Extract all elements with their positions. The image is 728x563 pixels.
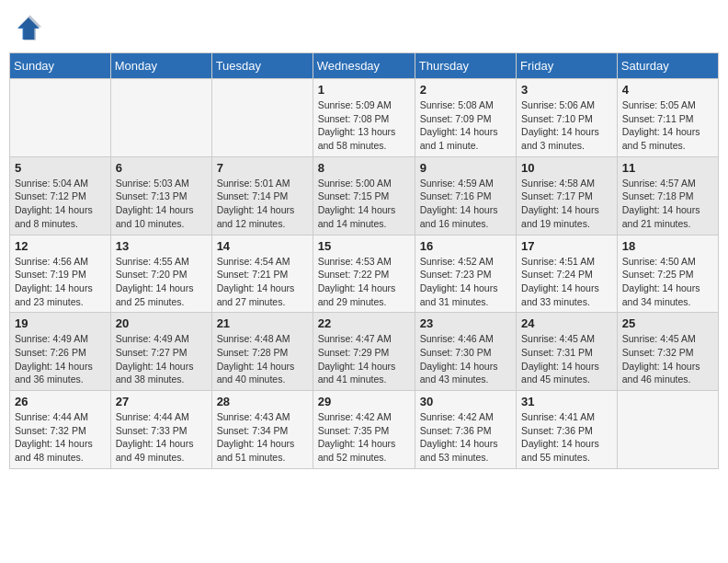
day-number: 12 [15,239,106,253]
day-detail: Sunrise: 5:05 AMSunset: 7:11 PMDaylight:… [622,98,713,153]
calendar-cell: 12Sunrise: 4:56 AMSunset: 7:19 PMDayligh… [10,235,111,313]
calendar-cell: 16Sunrise: 4:52 AMSunset: 7:23 PMDayligh… [415,235,516,313]
day-number: 31 [521,395,612,408]
day-number: 20 [116,316,207,330]
day-number: 23 [420,316,511,330]
day-detail: Sunrise: 4:43 AMSunset: 7:34 PMDaylight:… [217,410,308,465]
weekday-header-monday: Monday [110,53,211,79]
day-detail: Sunrise: 5:08 AMSunset: 7:09 PMDaylight:… [420,98,511,153]
day-number: 30 [420,395,511,408]
calendar-cell: 22Sunrise: 4:47 AMSunset: 7:29 PMDayligh… [313,313,415,391]
calendar-week-4: 19Sunrise: 4:49 AMSunset: 7:26 PMDayligh… [10,313,719,391]
calendar-cell: 17Sunrise: 4:51 AMSunset: 7:24 PMDayligh… [517,235,618,313]
day-detail: Sunrise: 4:44 AMSunset: 7:32 PMDaylight:… [15,410,106,465]
day-number: 25 [622,316,713,330]
day-number: 5 [15,161,106,175]
day-detail: Sunrise: 5:04 AMSunset: 7:12 PMDaylight:… [15,177,106,231]
calendar-cell: 24Sunrise: 4:45 AMSunset: 7:31 PMDayligh… [517,313,618,391]
day-number: 16 [420,239,511,253]
day-detail: Sunrise: 4:57 AMSunset: 7:18 PMDaylight:… [622,177,713,231]
day-number: 14 [217,239,308,253]
calendar-cell: 7Sunrise: 5:01 AMSunset: 7:14 PMDaylight… [211,156,313,235]
day-detail: Sunrise: 4:49 AMSunset: 7:27 PMDaylight:… [116,332,207,386]
logo-icon [14,14,43,43]
calendar-week-1: 1Sunrise: 5:09 AMSunset: 7:08 PMDaylight… [10,79,719,157]
calendar-week-5: 26Sunrise: 4:44 AMSunset: 7:32 PMDayligh… [10,391,719,469]
calendar-cell: 9Sunrise: 4:59 AMSunset: 7:16 PMDaylight… [415,156,516,235]
day-number: 7 [217,161,308,175]
day-number: 28 [217,395,308,408]
header [9,9,719,43]
day-detail: Sunrise: 4:45 AMSunset: 7:32 PMDaylight:… [622,332,713,386]
day-number: 21 [217,316,308,330]
calendar-cell: 6Sunrise: 5:03 AMSunset: 7:13 PMDaylight… [110,156,211,235]
day-number: 18 [622,239,713,253]
weekday-header-tuesday: Tuesday [211,53,313,79]
logo [14,14,47,43]
calendar-cell: 20Sunrise: 4:49 AMSunset: 7:27 PMDayligh… [110,313,211,391]
day-number: 22 [318,316,410,330]
day-detail: Sunrise: 4:55 AMSunset: 7:20 PMDaylight:… [116,255,207,309]
calendar-cell: 14Sunrise: 4:54 AMSunset: 7:21 PMDayligh… [211,235,313,313]
day-detail: Sunrise: 5:00 AMSunset: 7:15 PMDaylight:… [318,177,410,231]
calendar-week-2: 5Sunrise: 5:04 AMSunset: 7:12 PMDaylight… [10,156,719,235]
day-detail: Sunrise: 4:49 AMSunset: 7:26 PMDaylight:… [15,332,106,386]
day-detail: Sunrise: 4:51 AMSunset: 7:24 PMDaylight:… [521,255,612,309]
day-number: 27 [116,395,207,408]
day-number: 24 [521,316,612,330]
weekday-header-thursday: Thursday [415,53,516,79]
calendar-cell: 2Sunrise: 5:08 AMSunset: 7:09 PMDaylight… [415,79,516,157]
calendar-cell [10,79,111,157]
day-number: 10 [521,161,612,175]
day-number: 26 [15,395,106,408]
day-number: 15 [318,239,410,253]
day-detail: Sunrise: 4:42 AMSunset: 7:35 PMDaylight:… [318,410,410,465]
day-detail: Sunrise: 4:47 AMSunset: 7:29 PMDaylight:… [318,332,410,386]
calendar-cell: 26Sunrise: 4:44 AMSunset: 7:32 PMDayligh… [10,391,111,469]
calendar-cell [617,391,718,469]
day-detail: Sunrise: 4:48 AMSunset: 7:28 PMDaylight:… [217,332,308,386]
calendar-cell: 27Sunrise: 4:44 AMSunset: 7:33 PMDayligh… [110,391,211,469]
day-number: 29 [318,395,410,408]
calendar-cell: 3Sunrise: 5:06 AMSunset: 7:10 PMDaylight… [517,79,618,157]
calendar-cell: 30Sunrise: 4:42 AMSunset: 7:36 PMDayligh… [415,391,516,469]
calendar-cell: 10Sunrise: 4:58 AMSunset: 7:17 PMDayligh… [517,156,618,235]
calendar-week-3: 12Sunrise: 4:56 AMSunset: 7:19 PMDayligh… [10,235,719,313]
day-number: 6 [116,161,207,175]
day-detail: Sunrise: 4:58 AMSunset: 7:17 PMDaylight:… [521,177,612,231]
day-detail: Sunrise: 4:54 AMSunset: 7:21 PMDaylight:… [217,255,308,309]
calendar-cell: 5Sunrise: 5:04 AMSunset: 7:12 PMDaylight… [10,156,111,235]
weekday-header-saturday: Saturday [617,53,718,79]
day-detail: Sunrise: 4:42 AMSunset: 7:36 PMDaylight:… [420,410,511,465]
day-number: 11 [622,161,713,175]
calendar-cell: 29Sunrise: 4:42 AMSunset: 7:35 PMDayligh… [313,391,415,469]
weekday-header-sunday: Sunday [10,53,111,79]
calendar-cell: 28Sunrise: 4:43 AMSunset: 7:34 PMDayligh… [211,391,313,469]
calendar-cell: 18Sunrise: 4:50 AMSunset: 7:25 PMDayligh… [617,235,718,313]
day-number: 9 [420,161,511,175]
calendar-cell: 11Sunrise: 4:57 AMSunset: 7:18 PMDayligh… [617,156,718,235]
weekday-header-friday: Friday [517,53,618,79]
day-detail: Sunrise: 5:09 AMSunset: 7:08 PMDaylight:… [318,98,410,153]
calendar-cell: 23Sunrise: 4:46 AMSunset: 7:30 PMDayligh… [415,313,516,391]
day-detail: Sunrise: 4:41 AMSunset: 7:36 PMDaylight:… [521,410,612,465]
day-detail: Sunrise: 4:59 AMSunset: 7:16 PMDaylight:… [420,177,511,231]
calendar-cell: 1Sunrise: 5:09 AMSunset: 7:08 PMDaylight… [313,79,415,157]
calendar-cell [110,79,211,157]
day-detail: Sunrise: 4:53 AMSunset: 7:22 PMDaylight:… [318,255,410,309]
day-number: 3 [521,83,612,97]
day-detail: Sunrise: 4:44 AMSunset: 7:33 PMDaylight:… [116,410,207,465]
day-detail: Sunrise: 5:01 AMSunset: 7:14 PMDaylight:… [217,177,308,231]
day-number: 17 [521,239,612,253]
day-detail: Sunrise: 5:03 AMSunset: 7:13 PMDaylight:… [116,177,207,231]
day-detail: Sunrise: 4:52 AMSunset: 7:23 PMDaylight:… [420,255,511,309]
calendar-cell: 13Sunrise: 4:55 AMSunset: 7:20 PMDayligh… [110,235,211,313]
day-number: 4 [622,83,713,97]
day-detail: Sunrise: 4:46 AMSunset: 7:30 PMDaylight:… [420,332,511,386]
calendar-cell: 19Sunrise: 4:49 AMSunset: 7:26 PMDayligh… [10,313,111,391]
calendar-cell: 4Sunrise: 5:05 AMSunset: 7:11 PMDaylight… [617,79,718,157]
day-detail: Sunrise: 4:56 AMSunset: 7:19 PMDaylight:… [15,255,106,309]
day-number: 13 [116,239,207,253]
day-number: 2 [420,83,511,97]
calendar-cell: 31Sunrise: 4:41 AMSunset: 7:36 PMDayligh… [517,391,618,469]
